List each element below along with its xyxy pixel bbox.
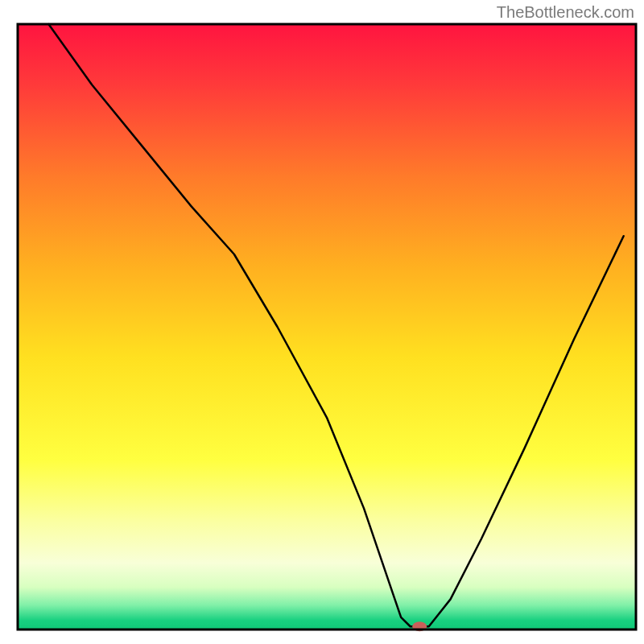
bottleneck-chart <box>0 0 644 644</box>
plot-area <box>18 24 636 631</box>
chart-background <box>18 24 636 630</box>
chart-svg <box>0 0 644 644</box>
watermark-text: TheBottleneck.com <box>497 3 634 22</box>
